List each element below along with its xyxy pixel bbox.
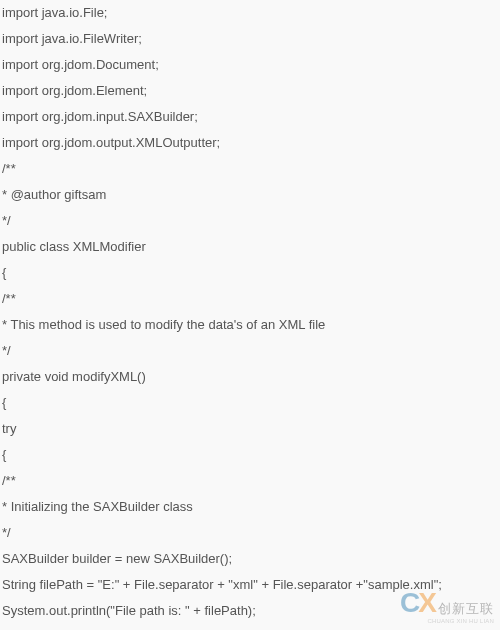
code-line: import org.jdom.output.XMLOutputter; [2,130,498,156]
code-line: import org.jdom.input.SAXBuilder; [2,104,498,130]
code-line: { [2,442,498,468]
code-line: import java.io.FileWriter; [2,26,498,52]
code-line: * Initializing the SAXBuilder class [2,494,498,520]
watermark-brand-pinyin: CHUANG XIN HU LIAN [400,618,494,624]
code-line: import org.jdom.Element; [2,78,498,104]
code-line: try [2,416,498,442]
code-line: * This method is used to modify the data… [2,312,498,338]
code-line: SAXBuilder builder = new SAXBuilder(); [2,546,498,572]
code-line: private void modifyXML() [2,364,498,390]
code-line: import java.io.File; [2,0,498,26]
code-block: import java.io.File; import java.io.File… [2,0,498,630]
watermark-brand-cn: 创新互联 [438,602,494,615]
watermark-logo: C X 创新互联 CHUANG XIN HU LIAN [400,589,494,624]
code-line: public class XMLModifier [2,234,498,260]
watermark-letter-x: X [418,589,435,617]
watermark-letter-c: C [400,589,418,617]
code-line: */ [2,208,498,234]
code-line: File file = new File(filePath); [2,624,498,630]
code-line: /** [2,468,498,494]
code-line: { [2,390,498,416]
code-line: /** [2,156,498,182]
code-line: */ [2,338,498,364]
code-line: */ [2,520,498,546]
code-line: /** [2,286,498,312]
code-line: import org.jdom.Document; [2,52,498,78]
code-line: * @author giftsam [2,182,498,208]
code-line: { [2,260,498,286]
